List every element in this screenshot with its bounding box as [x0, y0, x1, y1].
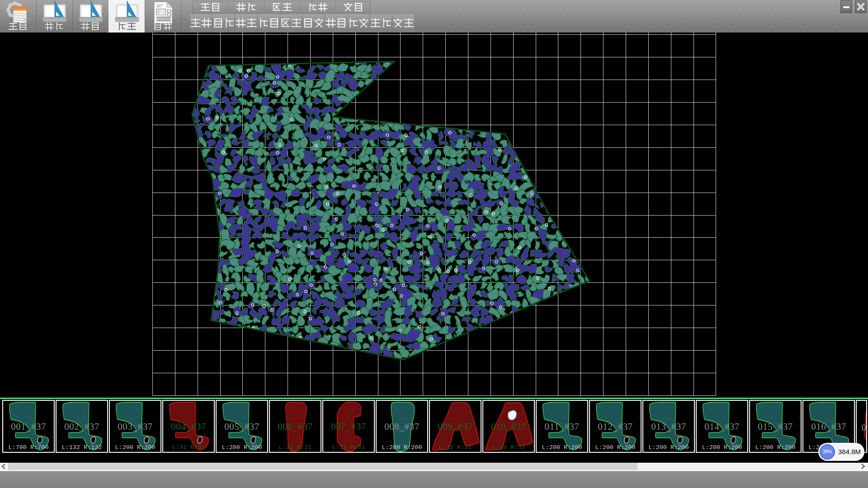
svg-text:0: 0 — [862, 422, 866, 432]
